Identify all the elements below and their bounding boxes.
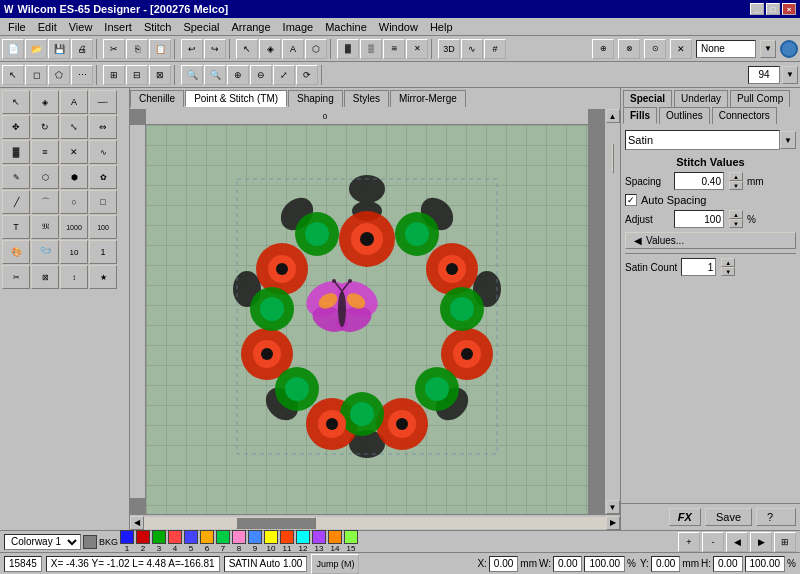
undo-button[interactable]: ↩ [181, 39, 203, 59]
tool-outline[interactable]: ─╌ [89, 90, 117, 114]
tool-motif[interactable]: ✿ [89, 165, 117, 189]
swatch-14[interactable] [328, 530, 342, 544]
tab-chenille[interactable]: Chenille [130, 90, 184, 107]
tool-pointer[interactable]: ↖ [2, 90, 30, 114]
tb-outline[interactable]: ⬡ [305, 39, 327, 59]
swatch-7[interactable] [216, 530, 230, 544]
swatch-6[interactable] [200, 530, 214, 544]
tb2-zoom5[interactable]: ⤢ [273, 65, 295, 85]
tool-text[interactable]: T [2, 215, 30, 239]
adjust-up[interactable]: ▲ [729, 210, 743, 219]
satin-down[interactable]: ▼ [721, 267, 735, 276]
fx-button[interactable]: FX [669, 508, 701, 526]
color-item-11[interactable]: 11 [280, 530, 294, 553]
tb2-zoom3[interactable]: ⊕ [227, 65, 249, 85]
close-button[interactable]: × [782, 3, 796, 15]
adjust-spinner[interactable]: ▲ ▼ [729, 210, 743, 228]
tb2-zoom1[interactable]: 🔍 [181, 65, 203, 85]
menu-window[interactable]: Window [373, 20, 424, 34]
tool-num100[interactable]: 100 [89, 215, 117, 239]
swatch-13[interactable] [312, 530, 326, 544]
tool-circle[interactable]: ○ [60, 190, 88, 214]
tb-run[interactable]: ≋ [383, 39, 405, 59]
color-item-8[interactable]: 8 [232, 530, 246, 553]
redo-button[interactable]: ↪ [204, 39, 226, 59]
tool-num1[interactable]: 1 [89, 240, 117, 264]
tb-fill[interactable]: ▒ [360, 39, 382, 59]
tool-satin[interactable]: ▓ [2, 140, 30, 164]
tool-auto[interactable]: ⬡ [31, 165, 59, 189]
auto-spacing-checkbox[interactable]: ✓ [625, 194, 637, 206]
color-item-6[interactable]: 6 [200, 530, 214, 553]
tb-stitch3[interactable]: ⊙ [644, 39, 666, 59]
tool-stop[interactable]: ⊠ [31, 265, 59, 289]
tab-pull-comp[interactable]: Pull Comp [730, 90, 790, 107]
scroll-right-button[interactable]: ▶ [606, 516, 620, 530]
tb2-view1[interactable]: ⊞ [103, 65, 125, 85]
tool-jump[interactable]: ↕ [60, 265, 88, 289]
values-button[interactable]: ◀ Values... [625, 232, 796, 249]
color-add-button[interactable]: + [678, 532, 700, 552]
tab-connectors[interactable]: Connectors [712, 107, 777, 124]
tb2-view2[interactable]: ⊟ [126, 65, 148, 85]
spacing-up[interactable]: ▲ [729, 172, 743, 181]
menu-image[interactable]: Image [277, 20, 320, 34]
swatch-9[interactable] [248, 530, 262, 544]
tool-rotate[interactable]: ↻ [31, 115, 59, 139]
color-item-10[interactable]: 10 [264, 530, 278, 553]
tb2-magic[interactable]: ⋯ [71, 65, 93, 85]
tb-stitch1[interactable]: ⊕ [592, 39, 614, 59]
tool-needle[interactable]: 🪡 [31, 240, 59, 264]
color-nav-left[interactable]: ◀ [726, 532, 748, 552]
color-item-5[interactable]: 5 [184, 530, 198, 553]
menu-view[interactable]: View [63, 20, 99, 34]
tb-select[interactable]: ↖ [236, 39, 258, 59]
tb-cross[interactable]: ✕ [406, 39, 428, 59]
swatch-12[interactable] [296, 530, 310, 544]
save-panel-button[interactable]: Save [705, 508, 752, 526]
paste-button[interactable]: 📋 [149, 39, 171, 59]
spacing-spinner[interactable]: ▲ ▼ [729, 172, 743, 190]
tb2-zoom4[interactable]: ⊖ [250, 65, 272, 85]
tool-manual[interactable]: ✎ [2, 165, 30, 189]
tb2-lasso[interactable]: ◻ [25, 65, 47, 85]
stitch-type-arrow[interactable]: ▼ [780, 131, 796, 149]
scroll-track-h[interactable] [144, 517, 606, 529]
colorway-select[interactable]: Colorway 1 [4, 534, 81, 550]
tool-cross[interactable]: ✕ [60, 140, 88, 164]
none-dropdown[interactable]: None [696, 40, 756, 58]
color-grid-button[interactable]: ⊞ [774, 532, 796, 552]
new-button[interactable]: 📄 [2, 39, 24, 59]
scroll-up-button[interactable]: ▲ [606, 109, 620, 123]
tb2-zoom6[interactable]: ⟳ [296, 65, 318, 85]
adjust-down[interactable]: ▼ [729, 219, 743, 228]
maximize-button[interactable]: □ [766, 3, 780, 15]
tb2-poly[interactable]: ⬠ [48, 65, 70, 85]
swatch-10[interactable] [264, 530, 278, 544]
tab-point-stitch[interactable]: Point & Stitch (TM) [185, 90, 287, 107]
swatch-8[interactable] [232, 530, 246, 544]
open-button[interactable]: 📂 [25, 39, 47, 59]
tool-special[interactable]: ★ [89, 265, 117, 289]
color-remove-button[interactable]: - [702, 532, 724, 552]
color-item-1[interactable]: 1 [120, 530, 134, 553]
adjust-input[interactable] [674, 210, 724, 228]
tool-scale[interactable]: ⤡ [60, 115, 88, 139]
stitch-type-dropdown[interactable]: Satin [625, 130, 780, 150]
satin-up[interactable]: ▲ [721, 258, 735, 267]
scroll-track-v[interactable] [612, 123, 614, 500]
swatch-15[interactable] [344, 530, 358, 544]
none-dropdown-arrow[interactable]: ▼ [760, 40, 776, 58]
swatch-4[interactable] [168, 530, 182, 544]
tool-mono[interactable]: 𝔐 [31, 215, 59, 239]
tool-rect[interactable]: □ [89, 190, 117, 214]
help-button[interactable]: ? [756, 508, 796, 526]
tool-complex[interactable]: ⬢ [60, 165, 88, 189]
tool-move[interactable]: ✥ [2, 115, 30, 139]
save-toolbar-button[interactable]: 💾 [48, 39, 70, 59]
menu-help[interactable]: Help [424, 20, 459, 34]
tb-nodes[interactable]: ◈ [259, 39, 281, 59]
spacing-input[interactable] [674, 172, 724, 190]
menu-machine[interactable]: Machine [319, 20, 373, 34]
tool-color[interactable]: 🎨 [2, 240, 30, 264]
